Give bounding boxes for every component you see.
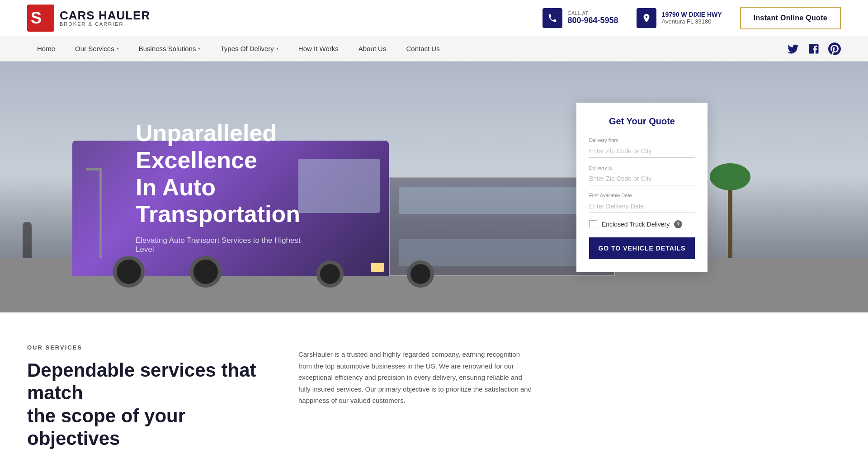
phone-contact: CALL AT 800-964-5958 [542, 8, 618, 28]
brand-name: CARS HAULER [60, 9, 150, 21]
services-left: OUR SERVICES Dependable services that ma… [27, 344, 262, 449]
social-icons [787, 43, 841, 55]
twitter-icon[interactable] [787, 43, 799, 55]
nav-item-how[interactable]: How It Works [288, 37, 349, 61]
enclosed-checkbox[interactable] [589, 220, 597, 228]
nav-link-about[interactable]: About Us [349, 37, 396, 61]
headlight [371, 263, 384, 272]
services-tag: OUR SERVICES [27, 344, 262, 351]
services-section: OUR SERVICES Dependable services that ma… [0, 312, 868, 449]
nav-item-delivery[interactable]: Types Of Delivery ▾ [210, 37, 288, 61]
svg-text:S: S [31, 9, 42, 27]
nav-link-services[interactable]: Our Services ▾ [65, 37, 129, 61]
nav-link-business[interactable]: Business Solutions ▾ [129, 37, 211, 61]
facebook-icon[interactable] [807, 43, 820, 55]
quote-form-title: Get Your Quote [589, 116, 695, 127]
location-icon [642, 13, 651, 23]
logo-icon: S [27, 5, 54, 32]
hero-content: Unparalleled Excellence In Auto Transpor… [0, 120, 316, 254]
header-contact: CALL AT 800-964-5958 19790 W DIXIE HWY A… [542, 7, 841, 29]
palm-leaves [710, 163, 750, 190]
phone-number: 800-964-5958 [568, 16, 618, 25]
call-label: CALL AT [568, 10, 618, 16]
services-heading: Dependable services that match the scope… [27, 359, 262, 449]
wheel-3 [316, 260, 344, 288]
pinterest-icon[interactable] [828, 43, 841, 55]
phone-icon [547, 13, 557, 23]
date-input[interactable] [589, 200, 695, 213]
services-description: CarsHauler is a trusted and highly regar… [298, 349, 533, 406]
address-street: 19790 W DIXIE HWY [662, 11, 722, 18]
logo-text: CARS HAULER BROKER & CARRIER [60, 9, 150, 27]
services-right: CarsHauler is a trusted and highly regar… [298, 344, 533, 449]
delivery-from-label: Delivery from [589, 137, 695, 143]
nav-item-about[interactable]: About Us [349, 37, 396, 61]
nav-item-services[interactable]: Our Services ▾ [65, 37, 129, 61]
nav-item-contact[interactable]: Contact Us [396, 37, 449, 61]
date-group: First Available Date [589, 193, 695, 213]
nav-link-delivery[interactable]: Types Of Delivery ▾ [210, 37, 288, 61]
hero-subtitle: Elevating Auto Transport Services to the… [136, 236, 316, 254]
location-icon-box [637, 8, 656, 28]
car-on-carrier-2 [399, 239, 605, 266]
nav-link-how[interactable]: How It Works [288, 37, 349, 61]
phone-icon-box [542, 8, 562, 28]
wheel-1 [113, 256, 145, 288]
address-details: 19790 W DIXIE HWY Aventura FL 33180 [662, 11, 722, 25]
address-city: Aventura FL 33180 [662, 18, 722, 25]
nav-item-home[interactable]: Home [27, 37, 65, 61]
instant-quote-button[interactable]: Instant Online Quote [740, 7, 841, 29]
delivery-from-input[interactable] [589, 145, 695, 158]
quote-form-card: Get Your Quote Delivery from Delivery to… [576, 103, 708, 272]
info-icon[interactable]: ? [674, 220, 682, 228]
delivery-to-input[interactable] [589, 172, 695, 185]
hero-section: Unparalleled Excellence In Auto Transpor… [0, 61, 868, 312]
date-label: First Available Date [589, 193, 695, 198]
go-to-vehicle-button[interactable]: GO TO VEHICLE DETAILS [589, 237, 695, 259]
brand-tagline: BROKER & CARRIER [60, 21, 150, 27]
delivery-to-label: Delivery to [589, 165, 695, 170]
nav-link-home[interactable]: Home [27, 37, 65, 61]
delivery-from-group: Delivery from [589, 137, 695, 158]
chevron-down-icon: ▾ [198, 46, 200, 51]
logo-area: S CARS HAULER BROKER & CARRIER [27, 5, 150, 32]
enclosed-row: Enclosed Truck Delivery ? [589, 220, 695, 228]
address-contact: 19790 W DIXIE HWY Aventura FL 33180 [637, 8, 722, 28]
delivery-to-group: Delivery to [589, 165, 695, 185]
chevron-down-icon: ▾ [117, 46, 119, 51]
wheel-2 [190, 256, 222, 288]
nav-item-business[interactable]: Business Solutions ▾ [129, 37, 211, 61]
nav-link-contact[interactable]: Contact Us [396, 37, 449, 61]
wheel-4 [407, 260, 434, 288]
palm-trunk [728, 177, 732, 258]
hero-title: Unparalleled Excellence In Auto Transpor… [136, 120, 316, 228]
chevron-down-icon: ▾ [276, 46, 278, 51]
car-on-carrier-1 [399, 187, 605, 214]
nav-links: Home Our Services ▾ Business Solutions ▾… [27, 37, 450, 61]
phone-details: CALL AT 800-964-5958 [568, 10, 618, 25]
enclosed-label: Enclosed Truck Delivery [602, 221, 670, 228]
header: S CARS HAULER BROKER & CARRIER CALL AT 8… [0, 0, 868, 36]
navbar: Home Our Services ▾ Business Solutions ▾… [0, 36, 868, 61]
